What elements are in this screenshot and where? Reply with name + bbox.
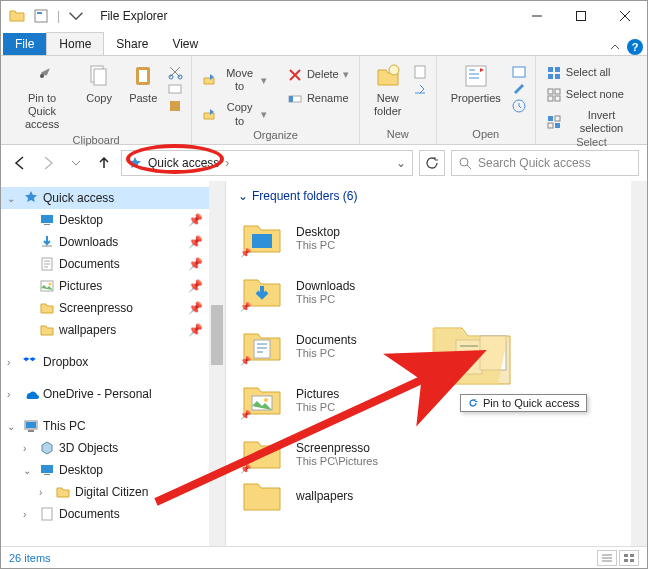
svg-rect-27 — [548, 116, 553, 121]
svg-point-36 — [49, 283, 52, 286]
onedrive-icon — [23, 386, 39, 402]
chevron-down-icon: ▾ — [261, 108, 267, 121]
paste-button[interactable]: Paste — [123, 60, 163, 107]
tab-share[interactable]: Share — [104, 33, 160, 55]
refresh-button[interactable] — [419, 150, 445, 176]
back-button[interactable] — [9, 152, 31, 174]
new-folder-button[interactable]: New folder — [368, 60, 408, 120]
scrollbar[interactable] — [631, 181, 647, 546]
tree-digital-citizen[interactable]: ›Digital Citizen — [1, 481, 225, 503]
section-header[interactable]: ⌄ Frequent folders (6) — [238, 189, 635, 203]
rename-button[interactable]: Rename — [285, 90, 351, 108]
tree-quick-access[interactable]: ⌄Quick access — [1, 187, 225, 209]
folder-item[interactable]: 📌 DownloadsThis PC — [238, 265, 635, 319]
tree-desktop[interactable]: Desktop📌 — [1, 209, 225, 231]
svg-rect-2 — [577, 12, 586, 21]
new-item-icon[interactable] — [412, 64, 428, 80]
select-all-button[interactable]: Select all — [544, 64, 639, 82]
tree-onedrive[interactable]: ›OneDrive - Personal — [1, 383, 225, 405]
folder-icon — [39, 300, 55, 316]
address-bar[interactable]: Quick access › ⌄ — [121, 150, 413, 176]
chevron-right-icon[interactable]: › — [225, 156, 229, 170]
qat-dropdown-icon[interactable] — [68, 8, 84, 24]
tree-screenpresso[interactable]: Screenpresso📌 — [1, 297, 225, 319]
group-label-open: Open — [445, 128, 527, 144]
folder-icon — [39, 322, 55, 338]
recent-dropdown[interactable] — [65, 152, 87, 174]
svg-rect-41 — [44, 474, 50, 475]
pin-icon: 📌 — [188, 235, 203, 249]
breadcrumb[interactable]: Quick access — [148, 156, 219, 170]
easy-access-icon[interactable] — [412, 81, 428, 97]
pictures-icon — [39, 278, 55, 294]
svg-rect-43 — [252, 234, 272, 248]
properties-button[interactable]: Properties — [445, 60, 507, 107]
documents-icon — [39, 506, 55, 522]
select-none-button[interactable]: Select none — [544, 86, 639, 104]
tree-pc-desktop[interactable]: ⌄Desktop — [1, 459, 225, 481]
tree-documents[interactable]: Documents📌 — [1, 253, 225, 275]
scrollbar[interactable] — [209, 181, 225, 546]
svg-rect-7 — [139, 70, 147, 82]
move-to-button[interactable]: Move to▾ — [200, 66, 269, 94]
minimize-button[interactable] — [515, 1, 559, 31]
pin-icon: 📌 — [188, 301, 203, 315]
invert-selection-button[interactable]: Invert selection — [544, 108, 639, 136]
svg-rect-40 — [41, 465, 53, 473]
window-title: File Explorer — [100, 9, 167, 23]
svg-rect-38 — [26, 422, 36, 428]
tab-home[interactable]: Home — [46, 32, 104, 55]
cut-icon[interactable] — [167, 64, 183, 80]
downloads-icon — [39, 234, 55, 250]
tree-downloads[interactable]: Downloads📌 — [1, 231, 225, 253]
tree-wallpapers[interactable]: wallpapers📌 — [1, 319, 225, 341]
collapse-ribbon-icon[interactable] — [609, 41, 621, 53]
help-button[interactable]: ? — [627, 39, 643, 55]
maximize-button[interactable] — [559, 1, 603, 31]
folder-item[interactable]: 📌 ScreenpressoThis PC\Pictures — [238, 427, 635, 481]
tab-file[interactable]: File — [3, 33, 46, 55]
tree-pc-documents[interactable]: ›Documents — [1, 503, 225, 525]
icons-view-button[interactable] — [619, 550, 639, 566]
close-button[interactable] — [603, 1, 647, 31]
properties-icon[interactable] — [33, 8, 49, 24]
group-label-new: New — [368, 128, 428, 144]
navigation-tree[interactable]: ⌄Quick access Desktop📌 Downloads📌 Docume… — [1, 181, 226, 546]
history-icon[interactable] — [511, 98, 527, 114]
chevron-down-icon: ▾ — [261, 74, 267, 87]
svg-rect-50 — [630, 559, 634, 562]
pin-icon: 📌 — [240, 302, 251, 312]
details-view-button[interactable] — [597, 550, 617, 566]
folder-item[interactable]: 📌 DesktopThis PC — [238, 211, 635, 265]
copy-button[interactable]: Copy — [79, 60, 119, 107]
pin-icon: 📌 — [188, 213, 203, 227]
search-input[interactable]: Search Quick access — [451, 150, 639, 176]
pin-icon: 📌 — [240, 248, 251, 258]
tree-dropbox[interactable]: ›Dropbox — [1, 351, 225, 373]
address-dropdown-icon[interactable]: ⌄ — [396, 156, 406, 170]
svg-rect-26 — [555, 96, 560, 101]
tree-this-pc[interactable]: ⌄This PC — [1, 415, 225, 437]
tree-pictures[interactable]: Pictures📌 — [1, 275, 225, 297]
tree-3d-objects[interactable]: ›3D Objects — [1, 437, 225, 459]
up-button[interactable] — [93, 152, 115, 174]
pin-to-quick-access-button[interactable]: Pin to Quick access — [9, 60, 75, 134]
svg-rect-1 — [37, 12, 42, 14]
copy-to-button[interactable]: Copy to▾ — [200, 100, 269, 128]
svg-rect-20 — [555, 67, 560, 72]
copy-path-icon[interactable] — [167, 81, 183, 97]
group-label-clipboard: Clipboard — [9, 134, 183, 146]
paste-shortcut-icon[interactable] — [167, 98, 183, 114]
svg-rect-16 — [466, 66, 486, 86]
svg-rect-10 — [169, 85, 181, 93]
delete-button[interactable]: Delete▾ — [285, 66, 351, 84]
link-icon — [467, 397, 479, 409]
forward-button[interactable] — [37, 152, 59, 174]
edit-icon[interactable] — [511, 81, 527, 97]
open-icon[interactable] — [511, 64, 527, 80]
chevron-down-icon: ▾ — [343, 68, 349, 81]
svg-rect-48 — [630, 554, 634, 557]
folder-icon — [9, 8, 25, 24]
tab-view[interactable]: View — [160, 33, 210, 55]
folder-item[interactable]: wallpapers — [238, 481, 635, 511]
